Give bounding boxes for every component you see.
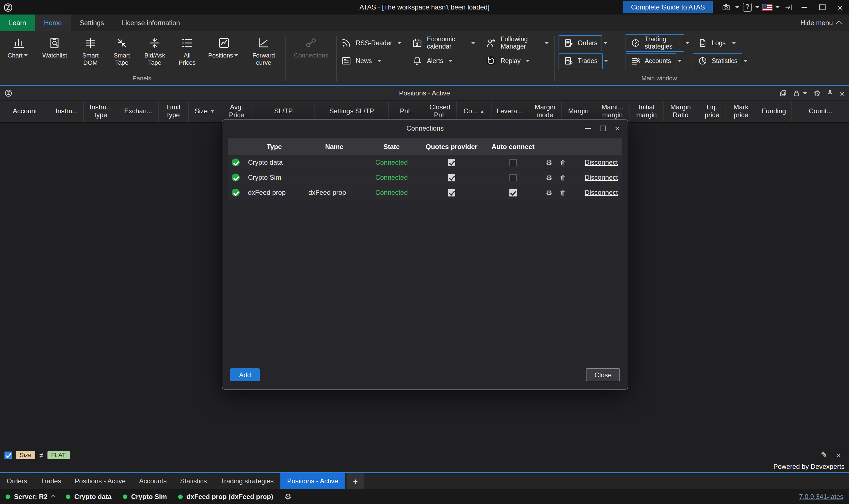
dialog-maximize-button[interactable] bbox=[595, 122, 610, 134]
add-connection-button[interactable]: Add bbox=[230, 368, 260, 381]
header-type[interactable]: Type bbox=[244, 143, 305, 150]
dialog-header[interactable]: Connections × bbox=[222, 120, 628, 137]
statistics-caret-icon[interactable] bbox=[743, 60, 748, 62]
connection-row-crypto-sim[interactable]: Crypto Sim Connected ⚙ Disconnect bbox=[228, 170, 622, 185]
auto-connect-checkbox[interactable] bbox=[509, 189, 517, 196]
ribbon-logs-button[interactable]: Logs bbox=[693, 35, 731, 51]
help-caret-icon[interactable] bbox=[755, 6, 760, 8]
connection-status-crypto-data[interactable]: Crypto data bbox=[66, 492, 111, 500]
ribbon-watchlist-button[interactable]: Watchlist bbox=[36, 32, 73, 59]
ribbon-rss-reader-button[interactable]: RSS-Reader bbox=[341, 37, 403, 49]
col-settings-sltp[interactable]: Settings SL/TP bbox=[315, 101, 389, 122]
connection-row-dxfeed-prop[interactable]: dxFeed prop dxFeed prop Connected ⚙ Disc… bbox=[228, 185, 622, 200]
auto-connect-checkbox[interactable] bbox=[509, 159, 517, 166]
hide-menu-button[interactable]: Hide menu bbox=[793, 15, 849, 31]
col-instrument[interactable]: Instru... bbox=[50, 101, 84, 122]
duplicate-panel-icon[interactable] bbox=[779, 89, 787, 97]
ribbon-positions-button[interactable]: Positions bbox=[204, 32, 244, 59]
connection-settings-gear-icon[interactable]: ⚙ bbox=[546, 189, 552, 196]
ribbon-alerts-button[interactable]: Alerts bbox=[412, 55, 477, 67]
trading-strategies-caret-icon[interactable] bbox=[685, 42, 690, 44]
ribbon-bidask-tape-button[interactable]: Bid/Ask Tape bbox=[139, 32, 170, 66]
ribbon-smart-tape-button[interactable]: Smart Tape bbox=[108, 32, 136, 66]
trades-caret-icon[interactable] bbox=[604, 60, 608, 62]
bottom-tab-trades[interactable]: Trades bbox=[34, 473, 68, 489]
ribbon-forward-curve-button[interactable]: Forward curve bbox=[247, 32, 280, 66]
complete-guide-button[interactable]: Complete Guide to ATAS bbox=[623, 1, 713, 13]
col-instrument-type[interactable]: Instru... type bbox=[84, 101, 118, 122]
ribbon-trades-button[interactable]: Trades bbox=[558, 53, 602, 69]
ribbon-smart-dom-button[interactable]: Smart DOM bbox=[76, 32, 104, 66]
minimize-button[interactable] bbox=[797, 1, 812, 14]
tab-learn[interactable]: Learn bbox=[0, 15, 35, 31]
delete-connection-trash-icon[interactable] bbox=[559, 159, 566, 166]
filter-checkbox[interactable] bbox=[4, 451, 12, 458]
connection-row-crypto-data[interactable]: Crypto data Connected ⚙ Disconnect bbox=[228, 155, 622, 170]
camera-caret-icon[interactable] bbox=[735, 6, 740, 8]
col-pnl[interactable]: PnL bbox=[389, 101, 423, 122]
ribbon-replay-button[interactable]: Replay bbox=[485, 55, 550, 67]
language-flag-icon[interactable] bbox=[763, 4, 772, 10]
orders-caret-icon[interactable] bbox=[604, 42, 608, 44]
header-name[interactable]: Name bbox=[305, 143, 364, 150]
pin-panel-icon[interactable] bbox=[826, 89, 834, 97]
add-tab-button[interactable]: + bbox=[347, 473, 364, 489]
connection-settings-gear-icon[interactable]: ⚙ bbox=[546, 159, 552, 166]
connection-status-crypto-sim[interactable]: Crypto Sim bbox=[123, 492, 167, 500]
panel-settings-gear-icon[interactable]: ⚙ bbox=[814, 89, 820, 97]
tab-settings[interactable]: Settings bbox=[71, 15, 113, 31]
bottom-tab-trading-strategies[interactable]: Trading strategies bbox=[214, 473, 280, 489]
col-count[interactable]: Count... bbox=[792, 101, 849, 122]
col-sltp[interactable]: SL/TP bbox=[253, 101, 315, 122]
quotes-provider-checkbox[interactable] bbox=[448, 159, 455, 166]
col-initial-margin[interactable]: Initial margin bbox=[630, 101, 663, 122]
ribbon-connections-button[interactable]: Connections bbox=[292, 32, 331, 59]
disconnect-link[interactable]: Disconnect bbox=[585, 159, 618, 166]
filter-value-badge[interactable]: FLAT bbox=[47, 451, 70, 459]
col-account[interactable]: Account bbox=[0, 101, 50, 122]
col-maintenance-margin[interactable]: Maint... margin bbox=[595, 101, 630, 122]
header-state[interactable]: State bbox=[364, 143, 419, 150]
ribbon-following-manager-button[interactable]: Following Manager bbox=[485, 36, 550, 50]
header-auto-connect[interactable]: Auto connect bbox=[484, 143, 542, 150]
delete-connection-trash-icon[interactable] bbox=[559, 174, 566, 181]
col-size[interactable]: Size bbox=[189, 101, 221, 122]
close-button[interactable]: × bbox=[832, 1, 848, 14]
ribbon-trading-strategies-button[interactable]: Trading strategies bbox=[626, 34, 684, 52]
header-quotes-provider[interactable]: Quotes provider bbox=[419, 143, 484, 150]
close-panel-icon[interactable]: × bbox=[839, 89, 845, 97]
language-caret-icon[interactable] bbox=[775, 6, 780, 8]
ribbon-orders-button[interactable]: Orders bbox=[558, 35, 602, 51]
disconnect-link[interactable]: Disconnect bbox=[585, 174, 618, 181]
quotes-provider-checkbox[interactable] bbox=[448, 174, 455, 181]
accounts-caret-icon[interactable] bbox=[677, 60, 682, 62]
quotes-provider-checkbox[interactable] bbox=[448, 189, 455, 196]
server-status[interactable]: Server: R2 bbox=[5, 492, 55, 500]
lock-panel-button[interactable] bbox=[792, 89, 808, 97]
disconnect-link[interactable]: Disconnect bbox=[585, 188, 618, 196]
col-margin-mode[interactable]: Margin mode bbox=[529, 101, 562, 122]
ribbon-all-prices-button[interactable]: All Prices bbox=[174, 32, 201, 66]
ribbon-statistics-button[interactable]: Statistics bbox=[693, 53, 742, 69]
connection-status-dxfeed[interactable]: dxFeed prop (dxFeed prop) bbox=[178, 492, 273, 500]
dialog-minimize-button[interactable] bbox=[581, 122, 595, 134]
bottom-tab-orders[interactable]: Orders bbox=[0, 473, 34, 489]
connections-settings-gear-icon[interactable]: ⚙ bbox=[284, 492, 291, 501]
auto-connect-checkbox[interactable] bbox=[509, 174, 517, 181]
col-liq-price[interactable]: Liq. price bbox=[698, 101, 726, 122]
col-leverage[interactable]: Levera... bbox=[491, 101, 529, 122]
edit-filter-icon[interactable]: ✎ bbox=[821, 450, 827, 460]
filter-field-badge[interactable]: Size bbox=[16, 451, 35, 459]
help-icon[interactable]: ? bbox=[743, 3, 752, 12]
ribbon-economic-calendar-button[interactable]: Economic calendar bbox=[412, 36, 477, 50]
col-mark-price[interactable]: Mark price bbox=[726, 101, 756, 122]
col-closed-pnl[interactable]: Closed PnL bbox=[423, 101, 457, 122]
bottom-tab-statistics[interactable]: Statistics bbox=[173, 473, 214, 489]
col-margin-ratio[interactable]: Margin Ratio bbox=[663, 101, 698, 122]
ribbon-news-button[interactable]: News bbox=[341, 55, 403, 67]
collapse-to-tray-icon[interactable] bbox=[783, 2, 794, 12]
col-exchange[interactable]: Exchan... bbox=[118, 101, 159, 122]
close-dialog-button[interactable]: Close bbox=[586, 368, 620, 381]
bottom-tab-positions-active-2[interactable]: Positions - Active bbox=[280, 473, 345, 489]
col-limit-type[interactable]: Limit type bbox=[159, 101, 189, 122]
